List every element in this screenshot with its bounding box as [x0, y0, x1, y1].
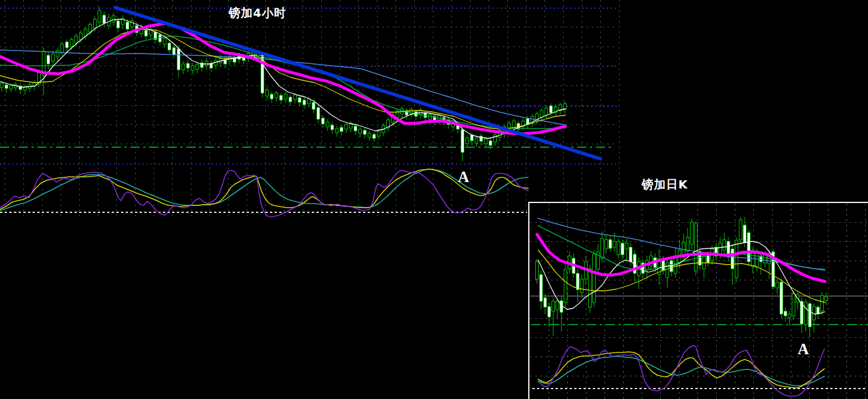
ma-green	[0, 36, 565, 129]
ma-yellow	[0, 29, 565, 129]
inset-chart-title: 镑加日K	[642, 177, 688, 193]
charts-canvas[interactable]	[0, 0, 868, 399]
main-chart-title: 镑加4小时	[229, 5, 286, 21]
trendline-blue	[115, 8, 600, 159]
main-4h-chart-grid	[0, 0, 619, 219]
inset-daily-chart	[528, 202, 868, 399]
main-4h-chart-levels	[0, 8, 617, 212]
trading-workspace: 镑加4小时 镑加日K A A	[0, 0, 868, 399]
main-annotation-a: A	[458, 168, 469, 186]
main-4h-chart	[0, 0, 619, 219]
inset-annotation-a: A	[798, 340, 809, 358]
main-4h-chart-candles	[1, 7, 567, 161]
ma-magenta-thick	[0, 23, 565, 134]
